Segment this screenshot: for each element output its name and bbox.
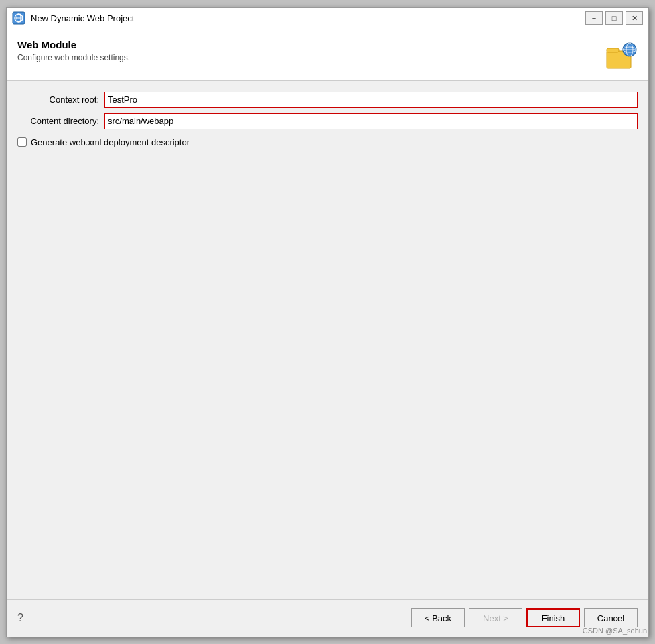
content-directory-row: Content directory: (17, 113, 638, 129)
dialog-body: Context root: Content directory: Generat… (7, 81, 648, 599)
svg-rect-5 (607, 48, 619, 52)
dialog-window: New Dynamic Web Project − □ ✕ Web Module… (6, 7, 649, 637)
app-icon (12, 11, 25, 25)
generate-webxml-label[interactable]: Generate web.xml deployment descriptor (31, 137, 190, 147)
content-directory-label: Content directory: (17, 116, 104, 126)
header-content: Web Module Configure web module settings… (17, 39, 130, 62)
footer-buttons: < Back Next > Finish Cancel (411, 608, 638, 627)
back-button[interactable]: < Back (411, 608, 465, 627)
watermark: CSDN @SA_sehun (583, 627, 647, 635)
header-subtitle: Configure web module settings. (17, 53, 130, 62)
cancel-button[interactable]: Cancel (584, 608, 638, 627)
window-controls: − □ ✕ (585, 11, 643, 25)
context-root-input[interactable] (104, 92, 638, 108)
header-title: Web Module (17, 39, 130, 50)
content-directory-input[interactable] (104, 113, 638, 129)
checkbox-row: Generate web.xml deployment descriptor (17, 137, 638, 147)
context-root-row: Context root: (17, 92, 638, 108)
header-icon (605, 39, 638, 71)
dialog-footer: ? < Back Next > Finish Cancel (7, 599, 648, 637)
title-bar: New Dynamic Web Project − □ ✕ (7, 8, 648, 29)
context-root-label: Context root: (17, 94, 104, 105)
maximize-button[interactable]: □ (605, 11, 623, 25)
generate-webxml-checkbox[interactable] (17, 137, 27, 147)
window-title: New Dynamic Web Project (31, 13, 585, 23)
finish-button[interactable]: Finish (526, 608, 580, 627)
minimize-button[interactable]: − (585, 11, 603, 25)
close-button[interactable]: ✕ (626, 11, 643, 25)
help-icon[interactable]: ? (17, 612, 23, 624)
next-button[interactable]: Next > (469, 608, 522, 627)
dialog-header: Web Module Configure web module settings… (7, 29, 648, 81)
